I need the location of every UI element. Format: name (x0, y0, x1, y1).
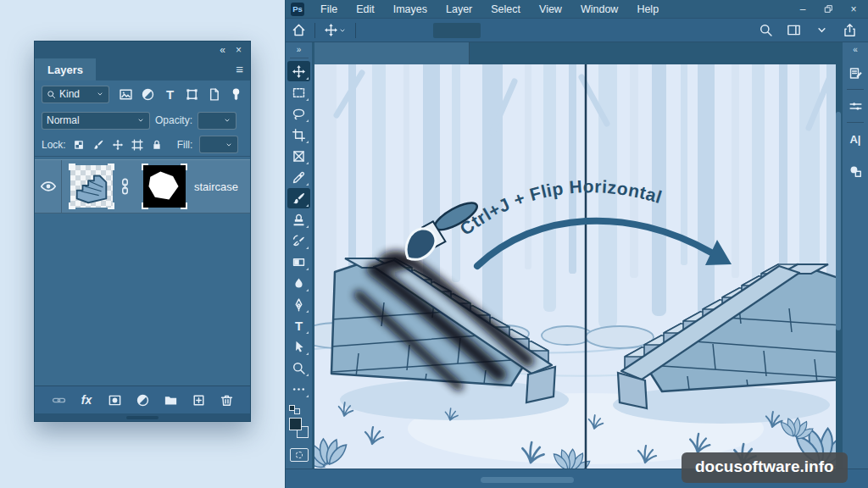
panel-menu-icon[interactable]: ≡ (236, 62, 243, 76)
menu-select[interactable]: Select (481, 3, 530, 15)
tab-layers[interactable]: Layers (35, 58, 96, 80)
new-group-button[interactable] (162, 391, 179, 408)
adjustment-filter-icon[interactable] (141, 87, 155, 102)
horizontal-scrollbar[interactable] (481, 477, 574, 483)
vertical-scrollbar[interactable] (836, 112, 841, 330)
clone-stamp-tool[interactable] (287, 209, 310, 230)
panel-collapse-button[interactable]: « (220, 44, 225, 56)
watermark-badge: docusoftware.info (682, 452, 848, 483)
menu-help[interactable]: Help (627, 3, 668, 15)
workspace-button[interactable] (781, 21, 807, 40)
menu-file[interactable]: File (311, 3, 347, 15)
lock-all-icon (151, 139, 163, 151)
gradient-tool[interactable] (287, 252, 310, 272)
layer-name: staircase (194, 180, 238, 193)
minimize-button[interactable]: – (792, 2, 814, 17)
new-group-button (164, 393, 178, 408)
layer-visibility-toggle[interactable] (35, 160, 62, 213)
window-controls: – × (792, 2, 868, 17)
path-select-tool[interactable] (287, 336, 310, 357)
mask-link-icon[interactable] (114, 178, 135, 195)
photoshop-window: Ps FileEditImayesLayerSelectViewWindowHe… (285, 0, 868, 488)
layer-thumbnail[interactable] (69, 164, 114, 209)
panel-close-button[interactable]: × (236, 44, 242, 56)
pen-tool[interactable] (287, 294, 310, 314)
lock-artboard-icon[interactable] (131, 138, 144, 151)
tool-options-field[interactable] (433, 23, 481, 38)
close-button[interactable]: × (843, 2, 865, 17)
more-tools-button[interactable] (287, 379, 310, 399)
frame-tool[interactable] (287, 146, 310, 166)
document-area: Ctrl+J + Flip Horizontal (312, 42, 843, 469)
delete-layer-button[interactable] (218, 391, 235, 408)
move-tool[interactable] (287, 61, 310, 81)
canvas-wrap: Ctrl+J + Flip Horizontal (312, 64, 843, 469)
default-colors-icon[interactable] (289, 405, 303, 415)
lock-all-icon[interactable] (151, 138, 164, 151)
resize-handle[interactable] (126, 416, 159, 419)
smart-object-filter-icon[interactable] (207, 87, 221, 102)
menu-edit[interactable]: Edit (347, 3, 384, 15)
add-layer-mask-button[interactable] (106, 391, 123, 408)
layer-row[interactable]: staircase (35, 159, 250, 214)
history-brush-tool[interactable] (287, 230, 310, 251)
eyedropper-tool[interactable] (287, 167, 310, 187)
zoom-tool[interactable] (287, 358, 310, 378)
photoshop-logo: Ps (291, 3, 304, 16)
lock-transparency-icon[interactable] (73, 138, 86, 151)
lock-paint-icon[interactable] (92, 138, 105, 151)
layer-effects-button[interactable]: fx (78, 391, 95, 408)
layers-list: staircase (35, 157, 250, 385)
opacity-input[interactable] (198, 112, 236, 130)
frame-tool (292, 149, 306, 164)
fill-input[interactable] (199, 136, 238, 153)
restore-button[interactable] (817, 2, 839, 17)
staircase-thumbnail-art (70, 165, 113, 208)
character-panel-icon: A| (849, 133, 860, 146)
quick-mask-button[interactable] (290, 448, 309, 462)
lock-position-icon[interactable] (112, 138, 125, 151)
lock-row: Lock: Fill: (35, 133, 250, 157)
workspace-chevron-button[interactable] (809, 21, 835, 40)
chevron-down-icon (223, 116, 231, 125)
more-tools-button (292, 382, 306, 396)
brush-tool[interactable] (287, 188, 310, 208)
libraries-panel-icon (849, 66, 863, 80)
canvas-artwork[interactable]: Ctrl+J + Flip Horizontal (314, 64, 836, 469)
dock-collapse-button[interactable]: « (853, 45, 858, 57)
blend-mode-select[interactable]: Normal (42, 112, 150, 130)
character-panel-button[interactable]: A| (844, 128, 866, 150)
search-button[interactable] (753, 21, 779, 40)
shapes-panel-button[interactable] (844, 160, 866, 182)
current-tool-button[interactable] (318, 21, 353, 40)
type-filter-icon[interactable]: T (163, 87, 177, 102)
properties-panel-button[interactable] (844, 95, 866, 117)
filter-kind-select[interactable]: Kind (42, 86, 109, 103)
shape-filter-icon[interactable] (185, 87, 199, 102)
menu-layer[interactable]: Layer (437, 3, 481, 15)
blur-tool[interactable] (287, 273, 310, 293)
crop-tool[interactable] (287, 125, 310, 145)
menu-window[interactable]: Window (571, 3, 627, 15)
adjustment-layer-button[interactable] (134, 391, 151, 408)
brush-tool (292, 191, 306, 206)
layers-panel-titlebar: « × (35, 42, 250, 58)
rectangular-marquee-tool[interactable] (287, 82, 310, 103)
search-icon (759, 23, 773, 37)
layer-mask-thumbnail[interactable] (142, 164, 187, 209)
image-filter-icon[interactable] (119, 87, 133, 102)
type-tool[interactable]: T (287, 315, 310, 336)
lasso-tool[interactable] (287, 103, 310, 124)
new-layer-button[interactable] (190, 391, 207, 408)
document-tab[interactable] (314, 42, 470, 64)
home-button[interactable] (286, 21, 312, 40)
libraries-panel-button[interactable] (844, 62, 866, 84)
pin-icon[interactable] (229, 87, 243, 102)
toolbar-expand-button[interactable]: » (297, 44, 302, 56)
link-layers-button[interactable] (50, 391, 67, 408)
menu-imayes[interactable]: Imayes (384, 3, 437, 15)
share-button[interactable] (837, 21, 863, 40)
foreground-background-swatches[interactable] (288, 418, 310, 441)
blur-tool (292, 276, 306, 291)
menu-view[interactable]: View (530, 3, 571, 15)
